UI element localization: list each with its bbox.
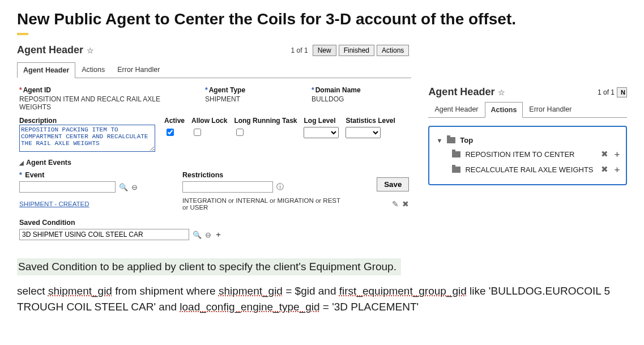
saved-condition-label: Saved Condition [19, 219, 409, 227]
right-tab-agent-header[interactable]: Agent Header [428, 101, 484, 117]
agent-type-label: Agent Type [209, 86, 245, 94]
saved-condition-sql: select shipment_gid from shipment where … [17, 283, 627, 314]
tab-agent-header[interactable]: Agent Header [17, 62, 75, 78]
stats-level-select[interactable] [346, 127, 381, 138]
tree-top-label: Top [460, 136, 473, 144]
new-button[interactable]: New [313, 45, 336, 56]
tree-item-recalculate[interactable]: RECALCULATE RAIL AXLE WEIGHTS [465, 165, 593, 174]
tree-item-reposition[interactable]: REPOSITION ITEM TO CENTER [465, 150, 574, 159]
folder-icon [447, 137, 455, 143]
plus-icon[interactable]: ＋ [613, 164, 621, 175]
right-panel-title: Agent Header [428, 86, 494, 98]
plus-icon[interactable]: ＋ [215, 229, 222, 240]
edit-icon[interactable]: ✎ [392, 199, 399, 208]
link-icon[interactable]: ⊖ [205, 231, 211, 239]
plus-icon[interactable]: ＋ [613, 149, 621, 160]
log-level-select[interactable] [304, 127, 339, 138]
agent-header-panel-left: Agent Header ☆ 1 of 1 New Finished Actio… [17, 43, 411, 245]
delete-icon[interactable]: ✖ [601, 164, 608, 175]
folder-icon [452, 151, 460, 157]
tab-error-handler[interactable]: Error Handler [111, 62, 166, 78]
restrictions-text: INTEGRATION or INTERNAL or MIGRATION or … [182, 197, 341, 211]
right-tab-error-handler[interactable]: Error Handler [523, 101, 578, 117]
domain-name-label: Domain Name [315, 86, 361, 94]
active-label: Active [164, 117, 185, 125]
stats-level-label: Statistics Level [346, 117, 395, 125]
agent-id-value: REPOSITION ITEM AND RECALC RAIL AXLE WEI… [19, 94, 189, 111]
action-tree: ▼ Top REPOSITION ITEM TO CENTER ✖ ＋ RECA… [428, 126, 627, 185]
allow-lock-checkbox[interactable] [194, 129, 201, 136]
page-title: New Public Agent to Center the Coils for… [17, 10, 627, 28]
star-icon[interactable]: ☆ [87, 46, 94, 55]
allow-lock-label: Allow Lock [191, 117, 227, 125]
delete-icon[interactable]: ✖ [601, 149, 608, 160]
agent-id-label: Agent ID [23, 86, 51, 94]
record-count: 1 of 1 [291, 46, 308, 54]
agent-type-value: SHIPMENT [205, 94, 296, 103]
delete-icon[interactable]: ✖ [402, 199, 409, 208]
event-label: Event [25, 171, 44, 179]
tabs-left: Agent Header Actions Error Handler [17, 62, 411, 78]
accent-bar [17, 33, 28, 35]
star-icon[interactable]: ☆ [498, 88, 505, 97]
info-icon[interactable]: ⓘ [276, 182, 284, 192]
agent-events-heading: Agent Events [26, 159, 71, 167]
saved-condition-note: Saved Condition to be applied by client … [17, 258, 401, 275]
search-icon[interactable]: 🔍 [193, 231, 202, 239]
event-input[interactable] [19, 181, 116, 193]
description-textarea[interactable] [19, 125, 155, 152]
description-label: Description [19, 117, 155, 125]
actions-button[interactable]: Actions [377, 45, 409, 56]
collapse-icon[interactable]: ◢ [19, 160, 24, 166]
long-running-checkbox[interactable] [236, 129, 244, 136]
tab-actions[interactable]: Actions [75, 62, 111, 78]
save-button[interactable]: Save [377, 177, 409, 191]
restrictions-input[interactable] [182, 181, 273, 193]
tabs-right: Agent Header Actions Error Handler [428, 101, 627, 118]
saved-condition-input[interactable] [19, 229, 189, 240]
shipment-created-link[interactable]: SHIPMENT - CREATED [19, 201, 167, 207]
active-checkbox[interactable] [167, 129, 174, 136]
panel-title-text: Agent Header [17, 44, 83, 56]
expand-icon[interactable]: ▼ [436, 137, 442, 144]
folder-icon [452, 167, 460, 173]
right-tab-actions[interactable]: Actions [485, 102, 523, 118]
link-icon[interactable]: ⊖ [131, 183, 138, 191]
domain-name-value: BULLDOG [312, 94, 361, 103]
finished-button[interactable]: Finished [339, 45, 374, 56]
restrictions-label: Restrictions [182, 171, 318, 179]
search-icon[interactable]: 🔍 [119, 183, 128, 191]
long-running-label: Long Running Task [234, 117, 297, 125]
right-n-button[interactable]: N [617, 87, 627, 97]
agent-header-panel-right: Agent Header ☆ 1 of 1 N Agent Header Act… [428, 86, 627, 185]
right-record-count: 1 of 1 [598, 88, 615, 96]
log-level-label: Log Level [304, 117, 335, 125]
